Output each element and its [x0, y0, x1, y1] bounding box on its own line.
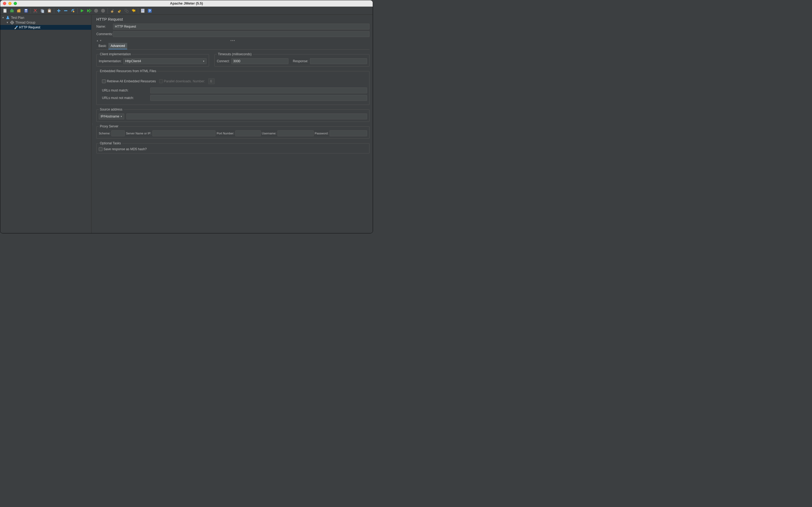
- stop-button[interactable]: [93, 7, 99, 14]
- parallel-number-input: [208, 78, 215, 84]
- optional-legend: Optional Tasks: [99, 142, 122, 145]
- tab-advanced[interactable]: Advanced: [108, 43, 127, 49]
- tree-item-test-plan[interactable]: ▼ Test Plan: [0, 15, 91, 20]
- svg-marker-22: [89, 9, 91, 12]
- start-button[interactable]: [79, 7, 85, 14]
- username-input[interactable]: [277, 130, 314, 136]
- zoom-window-button[interactable]: [14, 2, 17, 5]
- clear-button[interactable]: [109, 7, 116, 14]
- svg-rect-12: [42, 10, 44, 13]
- reset-search-button[interactable]: [130, 7, 137, 14]
- clear-all-button[interactable]: [116, 7, 123, 14]
- password-label: Password:: [315, 132, 328, 135]
- templates-button[interactable]: [9, 7, 15, 14]
- chevron-down-icon: ▼: [120, 115, 122, 118]
- svg-marker-28: [132, 9, 135, 12]
- expand-button[interactable]: [56, 7, 62, 14]
- svg-point-19: [73, 11, 74, 12]
- tree-item-http-request[interactable]: HTTP Request: [0, 25, 91, 30]
- server-input[interactable]: [152, 130, 216, 136]
- retrieve-label: Retrieve All Embedded Resources: [107, 79, 156, 83]
- toolbar-separator: [31, 8, 31, 13]
- search-button[interactable]: [123, 7, 129, 14]
- minimize-window-button[interactable]: [8, 2, 11, 5]
- name-input[interactable]: [113, 23, 370, 30]
- port-input[interactable]: [235, 130, 261, 136]
- copy-button[interactable]: [39, 7, 46, 14]
- toolbar-separator: [54, 8, 54, 13]
- toolbar-separator: [138, 8, 138, 13]
- urls-notmatch-input[interactable]: [150, 95, 367, 101]
- flask-icon: [6, 15, 10, 20]
- window-title: Apache JMeter (5.5): [170, 1, 203, 5]
- titlebar: Apache JMeter (5.5): [0, 0, 373, 7]
- comments-label: Comments:: [96, 32, 113, 36]
- tree-label: Test Plan: [11, 16, 24, 19]
- urls-match-input[interactable]: [150, 88, 367, 93]
- start-no-pause-button[interactable]: [86, 7, 92, 14]
- tree-panel: ▼ Test Plan ▼ Thread Group HTTP Request: [0, 15, 92, 233]
- embedded-legend: Embedded Resources from HTML Files: [99, 69, 157, 73]
- tab-basic[interactable]: Basic: [96, 43, 108, 49]
- chevron-down-icon[interactable]: ▼: [6, 21, 9, 24]
- svg-marker-21: [87, 9, 89, 12]
- comments-input[interactable]: [113, 31, 370, 37]
- gear-icon: [10, 20, 14, 25]
- implementation-select[interactable]: HttpClient4 ▼: [123, 58, 207, 64]
- connect-input[interactable]: [231, 58, 288, 64]
- tree-label: Thread Group: [15, 21, 36, 24]
- name-label: Name:: [96, 25, 113, 29]
- toolbar-separator: [77, 8, 77, 13]
- collapse-button[interactable]: [62, 7, 69, 14]
- response-input[interactable]: [310, 58, 367, 64]
- save-button[interactable]: [23, 7, 29, 14]
- tabs: Basic Advanced: [96, 43, 370, 50]
- svg-marker-3: [11, 9, 13, 10]
- password-input[interactable]: [329, 130, 367, 136]
- ellipsis-icon: •••: [230, 39, 235, 42]
- username-label: Username:: [262, 132, 276, 135]
- svg-rect-15: [48, 10, 50, 12]
- scheme-label: Scheme:: [99, 132, 110, 135]
- help-button[interactable]: ?: [147, 7, 153, 14]
- svg-rect-29: [141, 9, 144, 13]
- source-address-input[interactable]: [126, 113, 367, 119]
- function-helper-button[interactable]: [140, 7, 146, 14]
- page-title: HTTP Request: [96, 17, 370, 21]
- paste-button[interactable]: [46, 7, 53, 14]
- open-button[interactable]: [16, 7, 22, 14]
- svg-point-10: [36, 11, 37, 13]
- tree-label: HTTP Request: [19, 25, 40, 29]
- collapse-arrows-icon: ▲ ▼: [96, 40, 102, 42]
- toolbar: ?: [0, 7, 373, 15]
- collapse-divider[interactable]: ▲ ▼ •••: [96, 39, 370, 42]
- source-type-select[interactable]: IP/Hostname ▼: [99, 113, 124, 119]
- svg-marker-20: [81, 9, 84, 12]
- toggle-button[interactable]: [69, 7, 76, 14]
- cut-button[interactable]: [32, 7, 39, 14]
- optional-tasks-fieldset: Optional Tasks Save response as MD5 hash…: [96, 142, 370, 154]
- md5-checkbox-row[interactable]: Save response as MD5 hash?: [99, 147, 367, 151]
- parallel-checkbox: [159, 79, 163, 83]
- scheme-input[interactable]: [111, 130, 125, 136]
- timeouts-fieldset: Timeouts (milliseconds) Connect: Respons…: [214, 52, 370, 66]
- svg-rect-14: [49, 9, 50, 10]
- implementation-label: Implementation:: [99, 59, 121, 63]
- content-panel: HTTP Request Name: Comments: ▲ ▼ ••• Bas…: [93, 15, 373, 233]
- source-legend: Source address: [99, 108, 123, 111]
- shutdown-button[interactable]: [100, 7, 106, 14]
- tree-item-thread-group[interactable]: ▼ Thread Group: [0, 20, 91, 25]
- window-controls: [0, 2, 17, 5]
- close-window-button[interactable]: [3, 2, 6, 5]
- client-implementation-fieldset: Client implementation Implementation: Ht…: [96, 52, 209, 66]
- md5-checkbox[interactable]: [99, 147, 103, 151]
- chevron-down-icon: ▼: [203, 60, 205, 62]
- retrieve-checkbox[interactable]: [102, 79, 106, 83]
- response-label: Response:: [293, 59, 308, 63]
- retrieve-checkbox-row[interactable]: Retrieve All Embedded Resources: [102, 79, 156, 83]
- chevron-down-icon[interactable]: ▼: [2, 16, 5, 19]
- parallel-checkbox-row: Parallel downloads. Number:: [159, 79, 205, 83]
- new-button[interactable]: [2, 7, 8, 14]
- md5-label: Save response as MD5 hash?: [104, 147, 147, 151]
- svg-marker-24: [101, 9, 105, 13]
